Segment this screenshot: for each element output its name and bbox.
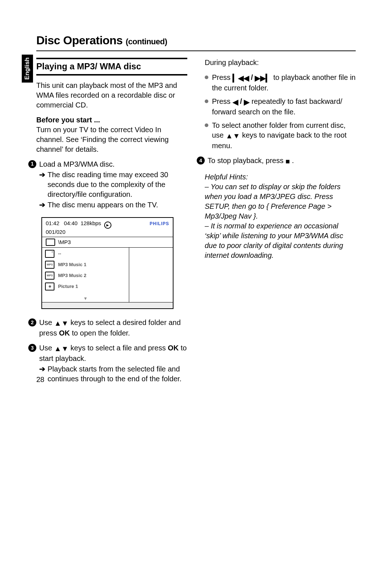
scroll-down-icon: ▼ [83,296,88,301]
step-1-sub1: The disc reading time may exceed 30 seco… [48,170,187,199]
step-3-pre: Use [39,344,54,352]
up-down-icon: ▲▼ [226,131,240,141]
section-heading: Playing a MP3/ WMA disc [36,58,187,75]
language-tab: English [22,54,33,82]
arrow-right-icon: ➔ [39,200,45,210]
bullet-item: To select another folder from current di… [205,121,356,151]
menu-item-label: -- [58,251,61,257]
page-title: Disc Operations (continued) [36,33,356,48]
brand-label: PHILIPS [150,220,169,227]
menu-path: \MP3 [58,239,71,246]
menu-item: -- [45,250,126,258]
mp3-file-icon: MP3 [45,261,54,269]
disc-menu-illustration: 01:42 04:40 128kbps ▶ 001/020 PHILIPS \M… [41,217,173,309]
bullet-icon [205,76,208,79]
step-4-pre: To stop playback, press [208,157,286,164]
menu-preview-pane [129,248,173,302]
rewind-icon: ◀ [233,97,238,107]
up-down-icon: ▲▼ [54,318,69,328]
menu-item-label: MP3 Music 1 [58,261,86,268]
menu-item: MP3 MP3 Music 1 [45,261,126,269]
menu-footer [42,302,173,308]
forward-icon: ▶ [244,97,249,107]
before-title: Before you start ... [36,116,100,124]
stop-icon: ■ [286,157,290,166]
step-1: 1 Load a MP3/WMA disc. ➔ The disc readin… [28,159,187,313]
hints-title: Helpful Hints: [205,172,356,182]
step-3: 3 Use ▲▼ keys to select a file and press… [28,343,187,385]
folder-icon [46,239,55,246]
menu-track-line: 001/020 [46,229,111,235]
mp3-file-icon: MP3 [45,272,54,280]
menu-item-label: MP3 Music 2 [58,272,86,279]
step-2: 2 Use ▲▼ keys to select a desired folder… [28,318,187,338]
step-marker-4: 4 [197,157,205,164]
slash: / [240,97,244,105]
bullet-icon [205,123,208,127]
title-main: Disc Operations [36,34,123,47]
title-continued: (continued) [126,37,167,46]
bullet-2-pre: Press [212,97,233,105]
step-1-text: Load a MP3/WMA disc. [39,159,187,169]
during-playback: During playback: [205,58,356,68]
step-2-tail: to open the folder. [72,329,130,337]
up-down-icon: ▲▼ [54,344,69,354]
folder-up-icon [45,250,54,258]
step-4: 4 To stop playback, press ■ . [197,156,356,166]
step-3-sub: Playback starts from the selected file a… [48,364,187,384]
menu-time-line: 01:42 04:40 128kbps [46,220,101,226]
slash: / [251,73,255,81]
step-marker-2: 2 [28,318,36,326]
before-body: Turn on your TV to the correct Video In … [36,126,169,153]
ok-label: OK [59,329,70,337]
hint-1: – You can set to display or skip the fol… [205,182,356,221]
menu-item-label: Picture 1 [58,283,78,290]
page-number: 28 [36,375,44,385]
hint-2: – It is normal to experience an occasion… [205,221,356,260]
prev-track-icon: ▎◀◀ [233,73,249,83]
bullet-1-pre: Press [212,73,233,81]
step-marker-1: 1 [28,160,36,168]
step-4-post: . [292,157,294,164]
menu-item: ◉ Picture 1 [45,283,126,290]
title-divider [36,50,356,51]
helpful-hints: Helpful Hints: – You can set to display … [205,172,356,260]
step-2-pre: Use [39,318,54,326]
next-track-icon: ▶▶▎ [255,73,271,83]
step-marker-3: 3 [28,344,36,352]
ok-label: OK [168,344,179,352]
menu-item: MP3 MP3 Music 2 [45,272,126,280]
before-you-start: Before you start ... Turn on your TV to … [36,115,187,154]
arrow-right-icon: ➔ [39,170,45,199]
play-icon: ▶ [104,221,111,229]
bullet-item: Press ◀ / ▶ repeatedly to fast backward/… [205,97,356,117]
step-1-sub2: The disc menu appears on the TV. [48,200,158,210]
bullet-item: Press ▎◀◀ / ▶▶▎ to playback another file… [205,73,356,93]
bullet-icon [205,99,208,103]
step-3-post: keys to select a file and press [70,344,168,352]
intro-paragraph: This unit can playback most of the MP3 a… [36,81,187,110]
picture-file-icon: ◉ [45,283,54,290]
